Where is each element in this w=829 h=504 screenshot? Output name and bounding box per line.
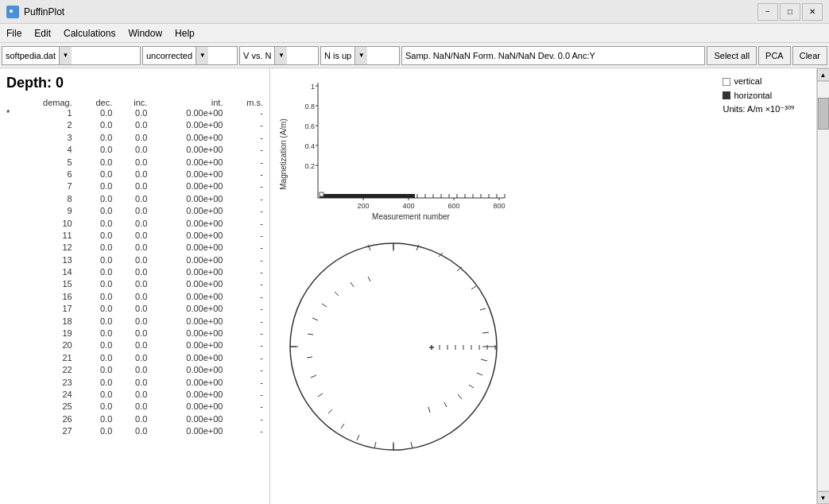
table-row[interactable]: 10 0.0 0.0 0.00e+00 - (3, 218, 266, 230)
plot-type-dropdown[interactable]: V vs. N ▼ (239, 46, 319, 65)
mag-chart-svg: Magnetization (A/m) 1 0.8 0.6 0.4 (278, 75, 517, 234)
table-row[interactable]: 2 0.0 0.0 0.00e+00 - (3, 119, 266, 131)
stereonet (278, 231, 509, 462)
row-marker (3, 218, 13, 230)
row-int: 0.00e+00 (150, 107, 226, 119)
table-row[interactable]: 26 0.0 0.0 0.00e+00 - (3, 413, 266, 425)
row-inc: 0.0 (115, 303, 150, 315)
row-inc: 0.0 (115, 389, 150, 401)
table-row[interactable]: 25 0.0 0.0 0.00e+00 - (3, 401, 266, 413)
row-dec: 0.0 (76, 425, 116, 437)
row-ms: - (226, 119, 266, 131)
row-marker (3, 278, 13, 290)
row-demag: 21 (13, 352, 75, 364)
row-ms: - (226, 291, 266, 303)
table-row[interactable]: * 1 0.0 0.0 0.00e+00 - (3, 107, 266, 119)
row-ms: - (226, 218, 266, 230)
table-row[interactable]: 23 0.0 0.0 0.00e+00 - (3, 377, 266, 389)
table-row[interactable]: 14 0.0 0.0 0.00e+00 - (3, 266, 266, 278)
data-panel[interactable]: Depth: 0 demag. dec. inc. int. m.s. * 1 … (0, 68, 270, 504)
row-inc: 0.0 (115, 180, 150, 192)
svg-text:0.8: 0.8 (304, 103, 315, 110)
row-dec: 0.0 (76, 291, 116, 303)
row-inc: 0.0 (115, 266, 150, 278)
orientation-dropdown[interactable]: N is up ▼ (320, 46, 400, 65)
table-row[interactable]: 20 0.0 0.0 0.00e+00 - (3, 339, 266, 351)
table-row[interactable]: 11 0.0 0.0 0.00e+00 - (3, 230, 266, 242)
row-demag: 6 (13, 169, 75, 180)
row-int: 0.00e+00 (150, 132, 226, 144)
col-dec: dec. (76, 98, 116, 107)
row-marker (3, 180, 13, 192)
row-marker (3, 169, 13, 180)
table-row[interactable]: 8 0.0 0.0 0.00e+00 - (3, 193, 266, 205)
row-dec: 0.0 (76, 144, 116, 156)
file-dropdown[interactable]: softpedia.dat ▼ (2, 46, 141, 65)
table-row[interactable]: 27 0.0 0.0 0.00e+00 - (3, 425, 266, 437)
table-row[interactable]: 5 0.0 0.0 0.00e+00 - (3, 157, 266, 169)
table-row[interactable]: 9 0.0 0.0 0.00e+00 - (3, 205, 266, 217)
row-marker (3, 377, 13, 389)
menu-edit[interactable]: Edit (28, 24, 57, 42)
clear-button[interactable]: Clear (792, 46, 827, 65)
table-row[interactable]: 4 0.0 0.0 0.00e+00 - (3, 144, 266, 156)
right-scrollbar[interactable]: ▲ ▼ (816, 68, 829, 504)
row-int: 0.00e+00 (150, 291, 226, 303)
table-row[interactable]: 24 0.0 0.0 0.00e+00 - (3, 389, 266, 401)
row-int: 0.00e+00 (150, 266, 226, 278)
table-row[interactable]: 18 0.0 0.0 0.00e+00 - (3, 316, 266, 328)
row-demag: 7 (13, 180, 75, 192)
svg-text:0.4: 0.4 (304, 142, 315, 150)
row-dec: 0.0 (76, 205, 116, 217)
legend-units: Units: A/m ×10⁻³⁰⁹ (722, 103, 794, 117)
file-dropdown-value: softpedia.dat (2, 51, 59, 60)
table-row[interactable]: 12 0.0 0.0 0.00e+00 - (3, 242, 266, 254)
row-dec: 0.0 (76, 193, 116, 205)
menu-help[interactable]: Help (169, 24, 201, 42)
row-dec: 0.0 (76, 230, 116, 242)
row-inc: 0.0 (115, 278, 150, 290)
depth-label: Depth: 0 (3, 72, 266, 98)
app-icon (6, 6, 19, 18)
correction-dropdown[interactable]: uncorrected ▼ (142, 46, 238, 65)
row-int: 0.00e+00 (150, 230, 226, 242)
scroll-up-arrow[interactable]: ▲ (817, 68, 830, 81)
table-row[interactable]: 22 0.0 0.0 0.00e+00 - (3, 364, 266, 376)
scroll-down-arrow[interactable]: ▼ (817, 491, 830, 504)
close-button[interactable]: ✕ (802, 3, 823, 21)
row-ms: - (226, 364, 266, 376)
file-dropdown-arrow: ▼ (59, 47, 72, 64)
table-row[interactable]: 6 0.0 0.0 0.00e+00 - (3, 169, 266, 180)
menu-calculations[interactable]: Calculations (57, 24, 122, 42)
menu-file[interactable]: File (0, 24, 28, 42)
menu-window[interactable]: Window (122, 24, 169, 42)
table-row[interactable]: 16 0.0 0.0 0.00e+00 - (3, 291, 266, 303)
select-all-button[interactable]: Select all (707, 46, 757, 65)
table-row[interactable]: 17 0.0 0.0 0.00e+00 - (3, 303, 266, 315)
table-row[interactable]: 7 0.0 0.0 0.00e+00 - (3, 180, 266, 192)
row-demag: 24 (13, 389, 75, 401)
table-row[interactable]: 15 0.0 0.0 0.00e+00 - (3, 278, 266, 290)
row-inc: 0.0 (115, 377, 150, 389)
minimize-button[interactable]: − (757, 3, 778, 21)
pca-button[interactable]: PCA (758, 46, 791, 65)
maximize-button[interactable]: □ (780, 3, 800, 21)
row-dec: 0.0 (76, 180, 116, 192)
row-int: 0.00e+00 (150, 377, 226, 389)
row-ms: - (226, 339, 266, 351)
window-controls: − □ ✕ (757, 3, 823, 21)
table-row[interactable]: 3 0.0 0.0 0.00e+00 - (3, 132, 266, 144)
row-ms: - (226, 157, 266, 169)
row-demag: 8 (13, 193, 75, 205)
row-int: 0.00e+00 (150, 119, 226, 131)
table-row[interactable]: 13 0.0 0.0 0.00e+00 - (3, 254, 266, 266)
scroll-thumb[interactable] (818, 98, 829, 130)
row-demag: 3 (13, 132, 75, 144)
table-row[interactable]: 19 0.0 0.0 0.00e+00 - (3, 328, 266, 339)
scroll-track[interactable] (817, 81, 830, 491)
row-ms: - (226, 377, 266, 389)
col-ms: m.s. (226, 98, 266, 107)
orientation-dropdown-value: N is up (321, 51, 354, 60)
table-row[interactable]: 21 0.0 0.0 0.00e+00 - (3, 352, 266, 364)
row-int: 0.00e+00 (150, 193, 226, 205)
